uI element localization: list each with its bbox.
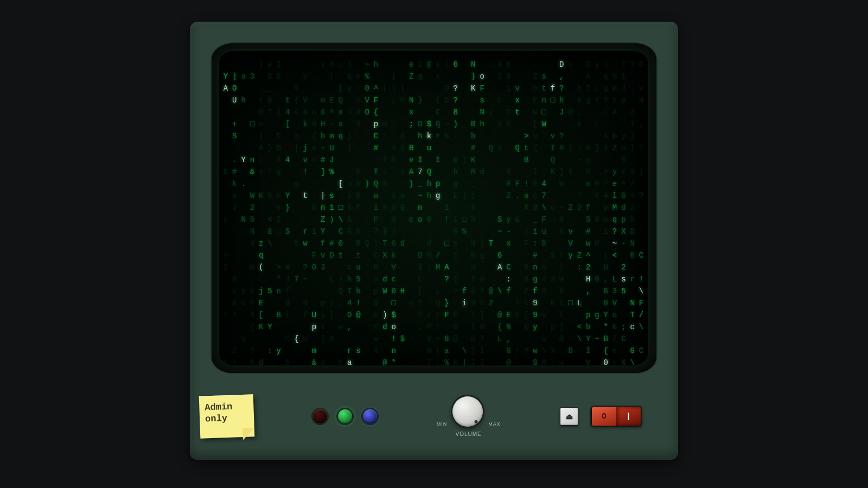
matrix-char: d: [398, 237, 407, 249]
matrix-char: 9: [354, 118, 362, 130]
knob-min-label: MIN: [437, 421, 448, 427]
matrix-char: |: [328, 70, 336, 82]
matrix-char: ^: [407, 333, 416, 345]
matrix-char: S: [230, 130, 239, 142]
matrix-char: L: [328, 273, 336, 285]
matrix-column: s m&Hb-#] |nZYfvJ _p)k] q: [318, 59, 327, 358]
matrix-char: {: [248, 321, 257, 333]
matrix-char: R: [522, 261, 531, 273]
right-controls: ⏏ O |: [560, 407, 641, 426]
matrix-char: 9: [469, 297, 477, 309]
matrix-char: D: [416, 249, 425, 261]
matrix-column: O vH ; ? j ? C !\F/\ C: [637, 59, 646, 358]
matrix-char: K: [548, 166, 557, 178]
matrix-char: h: [451, 166, 460, 178]
matrix-char: i: [460, 297, 469, 309]
matrix-char: □: [283, 333, 292, 345]
matrix-char: Z: [610, 142, 619, 154]
matrix-char: r: [557, 249, 566, 261]
power-switch[interactable]: O |: [591, 407, 641, 426]
matrix-column: {); : 7D 1UA]6kVc0□$o!n*: [390, 59, 398, 358]
matrix-char: 0: [257, 106, 265, 118]
matrix-char: r: [433, 309, 442, 321]
matrix-char: P: [248, 297, 257, 309]
matrix-char: U: [513, 214, 522, 226]
power-off-side[interactable]: O: [592, 407, 616, 426]
matrix-char: /: [433, 249, 442, 261]
matrix-char: w: [372, 190, 380, 202]
matrix-char: g: [584, 154, 592, 166]
matrix-char: W: [540, 118, 548, 130]
matrix-char: C: [513, 309, 522, 321]
eject-button[interactable]: ⏏: [560, 407, 578, 426]
matrix-char: 8: [442, 333, 451, 345]
matrix-char: \: [628, 357, 637, 365]
matrix-char: S: [584, 214, 592, 226]
matrix-char: L: [451, 190, 460, 202]
matrix-char: -: [318, 142, 327, 154]
matrix-char: g: [602, 82, 610, 94]
matrix-char: C: [416, 273, 425, 285]
matrix-char: m: [610, 130, 619, 142]
matrix-char: d: [354, 106, 362, 118]
matrix-char: □: [548, 94, 557, 106]
matrix-char: u: [540, 226, 548, 237]
matrix-char: +: [336, 273, 345, 285]
indicator-leds: [313, 409, 377, 423]
matrix-char: ]: [230, 70, 239, 82]
matrix-char: {: [292, 94, 301, 106]
matrix-char: ?: [628, 59, 637, 70]
matrix-char: M: [398, 94, 407, 106]
matrix-column: 3&a J j| oib&G chT4O, ra: [345, 59, 354, 358]
matrix-char: f: [584, 202, 592, 214]
matrix-char: Q: [433, 297, 442, 309]
matrix-char: %: [460, 226, 469, 237]
volume-knob[interactable]: [452, 396, 483, 427]
matrix-char: 1: [505, 82, 513, 94]
matrix-char: W: [531, 106, 539, 118]
matrix-char: 0: [390, 285, 398, 297]
matrix-char: 3: [548, 273, 557, 285]
matrix-char: k: [301, 118, 310, 130]
matrix-char: A: [407, 166, 416, 178]
matrix-char: j: [637, 166, 646, 178]
matrix-char: h: [416, 130, 425, 142]
matrix-char: F: [513, 178, 522, 190]
matrix-char: u: [548, 202, 557, 214]
matrix-column: eZ Nx; BvA} c v ^: [407, 59, 416, 358]
matrix-char: %: [363, 70, 372, 82]
matrix-char: T: [416, 297, 425, 309]
matrix-char: [: [336, 82, 345, 94]
matrix-char: □: [566, 297, 575, 309]
matrix-char: m: [380, 118, 389, 130]
matrix-char: K: [584, 142, 592, 154]
matrix-char: x: [283, 261, 292, 273]
matrix-char: T: [487, 237, 495, 249]
matrix-char: ,: [602, 273, 610, 285]
matrix-char: k: [575, 118, 584, 130]
matrix-char: @: [265, 94, 274, 106]
matrix-char: !: [469, 309, 477, 321]
matrix-char: l: [478, 345, 487, 357]
matrix-char: f: [301, 309, 310, 321]
matrix-char: H: [318, 118, 327, 130]
power-on-side[interactable]: |: [616, 407, 641, 426]
matrix-char: 0: [336, 237, 345, 249]
matrix-char: 2: [416, 59, 425, 70]
matrix-char: ): [380, 309, 389, 321]
matrix-char: m: [416, 202, 425, 214]
matrix-char: w: [372, 333, 380, 345]
matrix-char: _: [354, 142, 362, 154]
matrix-char: Y: [619, 166, 628, 178]
matrix-char: x: [433, 70, 442, 82]
matrix-char: Z: [505, 190, 513, 202]
matrix-char: N: [628, 237, 637, 249]
matrix-char: □: [336, 59, 345, 70]
matrix-char: c: [390, 273, 398, 285]
matrix-char: E: [505, 309, 513, 321]
matrix-char: 5: [354, 273, 362, 285]
matrix-char: _: [318, 285, 327, 297]
matrix-char: :: [575, 261, 584, 273]
matrix-char: g: [584, 94, 592, 106]
matrix-char: v: [548, 130, 557, 142]
